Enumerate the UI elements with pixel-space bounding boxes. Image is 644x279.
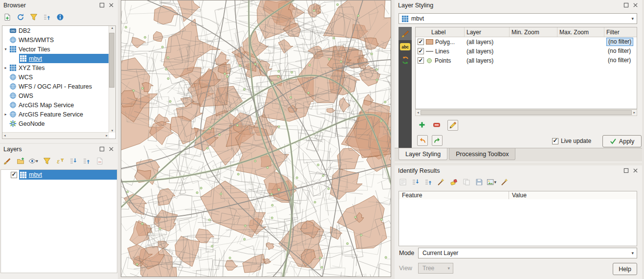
collapse-all-icon[interactable] <box>81 156 92 166</box>
header-layer[interactable]: Layer <box>465 27 510 37</box>
header-label[interactable]: Label <box>416 27 465 37</box>
layer-item-mbvt[interactable]: mbvt <box>1 170 117 180</box>
rule-checkbox[interactable] <box>418 48 424 54</box>
grid-icon <box>9 64 17 71</box>
grid-icon <box>19 171 27 179</box>
open-form-icon[interactable] <box>398 177 408 187</box>
collapse-all-icon[interactable] <box>42 12 52 23</box>
live-update-checkbox[interactable] <box>552 138 558 144</box>
expand-all-icon[interactable] <box>68 156 79 166</box>
tree-item-geonode[interactable]: GeoNode <box>2 119 115 128</box>
mode-combo[interactable]: Current Layer ▾ <box>418 248 637 258</box>
tree-item-arcgis-map-service[interactable]: ArcGIS Map Service <box>2 100 115 110</box>
header-min-zoom[interactable]: Min. Zoom <box>510 27 557 37</box>
globe-icon <box>9 101 17 109</box>
remove-rule-icon[interactable] <box>432 120 442 130</box>
tree-item-vector-tiles[interactable]: Vector Tiles <box>2 45 115 54</box>
properties-icon[interactable] <box>55 12 66 23</box>
rules-table-horizontal-scrollbar[interactable]: ◂▸ <box>415 109 637 116</box>
rule-checkbox[interactable] <box>418 39 424 45</box>
filter-cell[interactable]: (no filter) <box>606 47 632 55</box>
header-filter[interactable]: Filter <box>604 27 637 37</box>
history-icon[interactable] <box>399 53 412 67</box>
mode-label: Mode <box>399 250 414 256</box>
identify-settings-icon[interactable]: ▾ <box>487 177 497 187</box>
filter-legend-icon[interactable] <box>42 156 52 166</box>
apply-button[interactable]: Apply <box>602 135 642 147</box>
grid-icon <box>9 46 17 53</box>
clear-results-icon[interactable] <box>448 177 459 187</box>
filter-expression-icon[interactable] <box>55 156 66 166</box>
db2-icon <box>9 27 17 34</box>
save-results-icon[interactable] <box>474 177 485 187</box>
tree-item-wfs[interactable]: WFS / OGC API - Features <box>2 82 115 91</box>
tree-item-wcs[interactable]: WCS <box>2 72 115 82</box>
browser-vertical-scrollbar-thumb[interactable] <box>109 33 114 88</box>
manage-map-themes-icon[interactable]: ▾ <box>28 156 39 166</box>
table-row[interactable]: Points (all layers) (no filter) <box>416 56 637 65</box>
grid-icon <box>401 15 409 23</box>
browser-close-icon[interactable] <box>108 2 114 8</box>
tab-processing-toolbox[interactable]: Processing Toolbox <box>449 148 515 160</box>
tab-layer-styling[interactable]: Layer Styling <box>399 148 447 160</box>
dock-tab-bar: Layer Styling Processing Toolbox <box>395 148 642 162</box>
add-rule-icon[interactable] <box>417 120 427 130</box>
expand-new-results-icon[interactable] <box>436 177 446 187</box>
edit-rule-icon[interactable] <box>447 120 458 131</box>
tree-item-mbvt[interactable]: mbvt <box>2 54 115 63</box>
identify-close-icon[interactable] <box>632 167 639 174</box>
browser-float-icon[interactable] <box>99 2 105 8</box>
copy-feature-icon[interactable] <box>461 177 472 187</box>
tree-item-ows[interactable]: OWS <box>2 91 115 100</box>
header-feature[interactable]: Feature <box>399 191 509 199</box>
tree-item-arcgis-feature-service[interactable]: ArcGIS Feature Service <box>2 110 115 119</box>
layers-close-icon[interactable] <box>108 146 114 152</box>
add-group-icon[interactable] <box>15 156 26 166</box>
layers-float-icon[interactable] <box>99 146 105 152</box>
chevron-right-icon[interactable] <box>2 112 9 116</box>
header-value[interactable]: Value <box>509 192 637 199</box>
rule-checkbox[interactable] <box>418 57 424 64</box>
refresh-icon[interactable] <box>15 12 26 23</box>
chevron-right-icon[interactable] <box>2 66 9 70</box>
add-layer-icon[interactable] <box>2 12 13 23</box>
geonode-icon <box>9 120 17 127</box>
table-row[interactable]: Polyg... (all layers) (no filter) <box>416 37 637 46</box>
chevron-down-icon: ▾ <box>630 16 635 21</box>
globe-icon <box>9 36 17 44</box>
remove-layer-icon[interactable] <box>94 156 105 166</box>
identify-results-panel: Identify Results ▾ Feature Value Mode Cu… <box>395 165 642 279</box>
styling-float-icon[interactable] <box>623 2 629 8</box>
identify-toolbar: ▾ <box>398 177 510 187</box>
help-button[interactable]: Help <box>613 263 637 275</box>
scrollbar-thumb[interactable] <box>421 110 632 115</box>
globe-icon <box>9 92 17 99</box>
identify-results-area[interactable] <box>399 199 637 246</box>
filter-cell[interactable]: (no filter) <box>606 38 633 46</box>
symbology-icon[interactable] <box>399 27 412 40</box>
chevron-down-icon: ▾ <box>446 266 451 271</box>
tree-item-db2[interactable]: DB2 <box>2 26 115 35</box>
tree-item-xyz-tiles[interactable]: XYZ Tiles <box>2 63 115 72</box>
filter-cell[interactable]: (no filter) <box>606 57 632 64</box>
identify-float-icon[interactable] <box>623 167 629 174</box>
tree-item-wms-wmts[interactable]: WMS/WMTS <box>2 35 115 45</box>
open-layer-styling-icon[interactable] <box>2 156 13 166</box>
labels-icon[interactable]: abc <box>399 40 412 53</box>
collapse-tree-icon[interactable] <box>423 177 434 187</box>
header-max-zoom[interactable]: Max. Zoom <box>557 27 604 37</box>
browser-horizontal-scrollbar[interactable]: ◂▸ <box>2 132 109 139</box>
redo-icon[interactable] <box>432 135 443 146</box>
table-row[interactable]: Lines (all layers) (no filter) <box>416 46 637 56</box>
layer-selector-combo[interactable]: mbvt ▾ <box>399 13 637 24</box>
expand-tree-icon[interactable] <box>410 177 421 187</box>
line-swatch <box>426 48 433 54</box>
styling-close-icon[interactable] <box>632 2 639 8</box>
layer-visibility-checkbox[interactable] <box>11 172 17 178</box>
filter-browser-icon[interactable] <box>28 12 39 23</box>
map-canvas[interactable] <box>121 0 391 277</box>
undo-icon[interactable] <box>417 135 428 146</box>
selected-row-highlight: mbvt <box>19 54 115 63</box>
measure-icon[interactable] <box>499 177 510 187</box>
chevron-down-icon[interactable] <box>2 47 9 51</box>
